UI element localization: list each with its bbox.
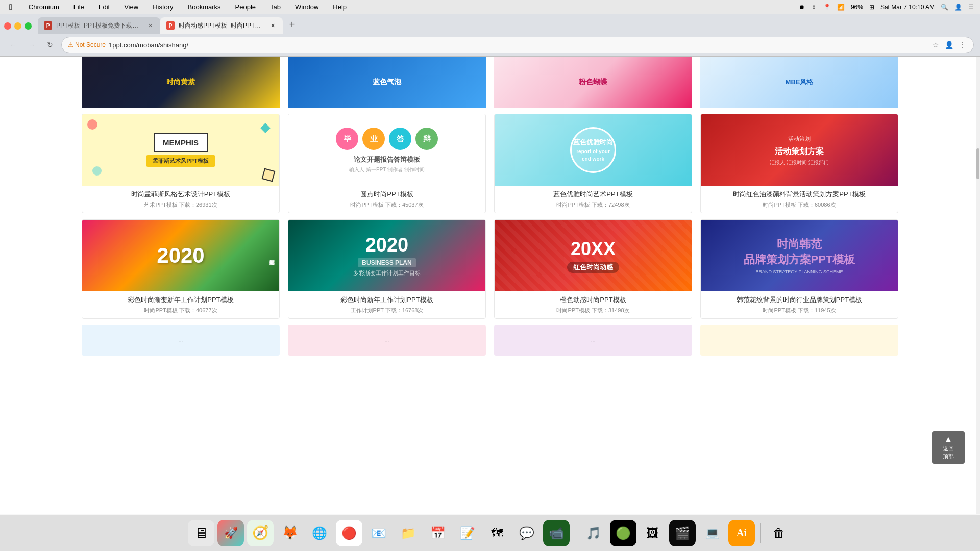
r3c1-title: 彩色时尚渐变新年工作计划PPT模板 [87, 295, 274, 305]
row4-partial: ... ... ... [0, 319, 980, 356]
row3-section: 2020 彩色时尚渐变工作计划 彩色时尚渐变新年工作计划PPT模板 时尚PPT模… [0, 213, 980, 319]
card-dots[interactable]: 毕 业 答 辩 论文开题报告答辩模板 输入人 第一PPT 制作者 制作时间 圆点… [288, 114, 486, 213]
browser-chrome: P PPT模板_PPT模板免费下载_免... ✕ P 时尚动感PPT模板_时尚P… [0, 14, 980, 57]
back-to-top-label: 返回 顶部 [943, 445, 954, 460]
menu-edit[interactable]: Edit [95, 2, 113, 12]
battery-status: 96% [851, 4, 863, 11]
dock-separator-1 [575, 523, 575, 543]
dock-premiere[interactable]: 🎬 [669, 520, 696, 546]
partial-card-4[interactable]: MBE风格 [700, 57, 898, 108]
card-2020-color[interactable]: 2020 彩色时尚渐变工作计划 彩色时尚渐变新年工作计划PPT模板 时尚PPT模… [82, 219, 280, 319]
dock-messages[interactable]: 💬 [513, 520, 540, 546]
not-secure-indicator: ⚠ Not Secure [68, 41, 106, 48]
dock-email[interactable]: 📧 [365, 520, 392, 546]
r2c3-meta: 时尚PPT模板 下载：72498次 [500, 201, 687, 209]
tab-2-favicon: P [166, 21, 175, 30]
tab-2[interactable]: P 时尚动感PPT模板_时尚PPT模板 ✕ [160, 17, 283, 34]
menu-view[interactable]: View [121, 2, 141, 12]
tab-2-close-button[interactable]: ✕ [268, 21, 277, 30]
address-actions: ☆ 👤 ⋮ [930, 40, 967, 50]
dock-photos[interactable]: 🖼 [640, 520, 666, 546]
dock-spotify[interactable]: 🟢 [610, 520, 636, 546]
partial-card-2[interactable]: 蓝色气泡 [288, 57, 486, 108]
url-text: 1ppt.com/moban/shishang/ [109, 41, 188, 49]
address-bar: ← → ↻ ⚠ Not Secure 1ppt.com/moban/shisha… [0, 34, 980, 56]
page-content: 时尚黄紫 蓝色气泡 粉色蝴蝶 MBE风格 时尚黄紫配色销售工作总结PPT模板 时… [0, 57, 980, 515]
back-to-top-button[interactable]: ▲ 返回 顶部 [932, 431, 965, 464]
r3c1-meta: 时尚PPT模板 下载：40677次 [87, 307, 274, 314]
partial-card-3[interactable]: 粉色蝴蝶 [494, 57, 692, 108]
dock-maps[interactable]: 🗺 [484, 520, 510, 546]
dock-facetime[interactable]: 📹 [543, 520, 570, 546]
dock-safari[interactable]: 🧭 [247, 520, 274, 546]
r2c3-title: 蓝色优雅时尚艺术PPT模板 [500, 190, 687, 199]
card-blue-elegant[interactable]: 蓝色优雅时尚report of your end work 蓝色优雅时尚艺术PP… [494, 114, 692, 213]
menu-chromium[interactable]: Chromium [26, 2, 62, 12]
apple-menu[interactable]:  [6, 2, 15, 13]
dock-illustrator[interactable]: Ai [728, 520, 755, 546]
location-icon: 📍 [823, 4, 831, 11]
partial-card-1[interactable]: 时尚黄紫 [82, 57, 280, 108]
dock-files[interactable]: 📁 [395, 520, 422, 546]
new-tab-button[interactable]: + [285, 17, 299, 32]
tab-1[interactable]: P PPT模板_PPT模板免费下载_免... ✕ [38, 17, 160, 34]
scrollbar[interactable] [976, 57, 980, 515]
r3c2-title: 彩色时尚新年工作计划PPT模板 [293, 295, 480, 305]
card-20xx-red[interactable]: 20XX 红色时尚动感 橙色动感时尚PPT模板 时尚PPT模板 下载：31498… [494, 219, 692, 319]
account-icon[interactable]: 👤 [944, 40, 954, 50]
tab-1-favicon: P [44, 21, 52, 30]
dock-launchpad[interactable]: 🚀 [217, 520, 244, 546]
dock-chrome[interactable]: 🌐 [306, 520, 333, 546]
r3c3-meta: 时尚PPT模板 下载：31498次 [500, 307, 687, 314]
menu-help[interactable]: Help [330, 2, 350, 12]
close-window-button[interactable] [4, 22, 11, 30]
warning-icon: ⚠ [68, 41, 74, 48]
forward-button[interactable]: → [24, 38, 39, 52]
row2-section: MEMPHIS 孟菲斯艺术风PPT模板 时尚孟菲斯风格艺术设计PPT模板 艺术P… [0, 108, 980, 213]
clock: Sat Mar 7 10:10 AM [880, 4, 935, 11]
dock-music[interactable]: 🎵 [580, 520, 607, 546]
dock-calendar[interactable]: 📅 [425, 520, 451, 546]
more-icon[interactable]: ⋮ [957, 40, 967, 50]
address-input[interactable]: ⚠ Not Secure 1ppt.com/moban/shishang/ ☆ … [61, 37, 974, 53]
user-icon[interactable]: 👤 [954, 4, 962, 11]
card-2020-business[interactable]: 2020 BUSINESS PLAN 多彩渐变工作计划工作目标 彩色时尚新年工作… [288, 219, 486, 319]
scrollbar-thumb[interactable] [976, 148, 979, 179]
menu-file[interactable]: File [70, 2, 87, 12]
r2c4-meta: 时尚PPT模板 下载：60086次 [706, 201, 893, 209]
r2c1-title: 时尚孟菲斯风格艺术设计PPT模板 [87, 190, 274, 199]
top-row-partial: 时尚黄紫 蓝色气泡 粉色蝴蝶 MBE风格 时尚黄紫配色销售工作总结PPT模板 时… [0, 57, 980, 108]
wifi-icon: 📶 [837, 4, 845, 11]
menu-icon[interactable]: ☰ [968, 4, 974, 11]
r3c3-title: 橙色动感时尚PPT模板 [500, 295, 687, 305]
back-button[interactable]: ← [6, 38, 20, 52]
dock-opera[interactable]: 🔴 [336, 520, 362, 546]
r2c4-title: 时尚红色油漆颜料背景活动策划方案PPT模板 [706, 190, 893, 199]
menu-bookmarks[interactable]: Bookmarks [185, 2, 224, 12]
dock-finder[interactable]: 🖥 [188, 520, 214, 546]
r2c1-meta: 艺术PPT模板 下载：26931次 [87, 201, 274, 209]
card-red-art[interactable]: 活动策划 活动策划方案 汇报人 汇报时间 汇报部门 时尚红色油漆颜料背景活动策划… [700, 114, 898, 213]
dock-notes[interactable]: 📝 [454, 520, 481, 546]
bookmark-icon[interactable]: ☆ [930, 40, 941, 50]
card-memphis[interactable]: MEMPHIS 孟菲斯艺术风PPT模板 时尚孟菲斯风格艺术设计PPT模板 艺术P… [82, 114, 280, 213]
menu-tab[interactable]: Tab [267, 2, 284, 12]
reload-button[interactable]: ↻ [43, 38, 57, 52]
r3c4-meta: 时尚PPT模板 下载：11945次 [706, 307, 893, 314]
menu-people[interactable]: People [232, 2, 259, 12]
menu-history[interactable]: History [150, 2, 176, 12]
tab-1-close-button[interactable]: ✕ [146, 21, 154, 30]
dock-code[interactable]: 💻 [699, 520, 725, 546]
menubar-status: ⏺ 🎙 📍 📶 96% ⊞ Sat Mar 7 10:10 AM 🔍 👤 ☰ [799, 4, 974, 11]
search-icon[interactable]: 🔍 [941, 4, 948, 11]
r2c2-title: 圆点时尚PPT模板 [293, 190, 480, 199]
dock-trash[interactable]: 🗑 [766, 520, 792, 546]
minimize-window-button[interactable] [14, 22, 21, 30]
dock-firefox[interactable]: 🦊 [277, 520, 303, 546]
tab-1-title: PPT模板_PPT模板免费下载_免... [56, 21, 142, 30]
r3c4-title: 韩范花纹背景的时尚行业品牌策划PPT模板 [706, 295, 893, 305]
r3c2-meta: 工作计划PPT 下载：16768次 [293, 307, 480, 314]
card-korean[interactable]: 时尚韩范品牌策划方案PPT模板 BRAND STRATEGY PLANNING … [700, 219, 898, 319]
maximize-window-button[interactable] [24, 22, 32, 30]
menu-window[interactable]: Window [292, 2, 322, 12]
